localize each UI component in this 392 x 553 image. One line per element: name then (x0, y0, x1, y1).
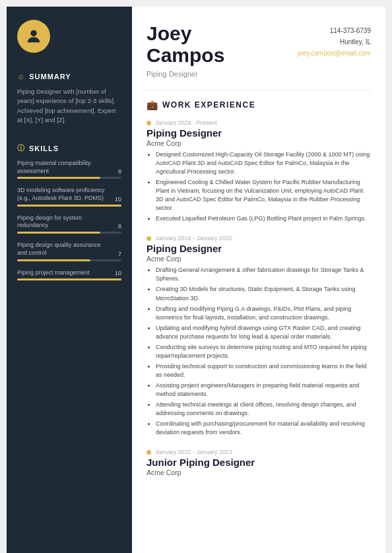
experience-date: January 2019 - January 2020 (147, 235, 371, 242)
experience-title: Junior Piping Designer (147, 457, 371, 468)
skill-label: Piping project management (17, 269, 111, 277)
location: Huntley, IL (298, 36, 371, 48)
skill-bar-background (17, 205, 121, 207)
header-section: Joey Campos Piping Designer 114-373-6739… (147, 22, 371, 78)
experience-list: January 2024 - Present Piping Designer A… (147, 119, 371, 488)
resume-container: ☺ SUMMARY Piping Designer with [number o… (7, 7, 385, 553)
experience-company: Acme Corp (147, 469, 371, 476)
bullet-item: Executed Liquefied Petroleum Gas (LPG) B… (156, 214, 371, 223)
skill-item: Piping design for system redundancy 8 (17, 214, 121, 234)
header-divider (147, 90, 371, 90)
contact-block: 114-373-6739 Huntley, IL joey.campos@ema… (298, 22, 371, 59)
skill-bar-fill (17, 232, 100, 234)
experience-bullets: Drafting General Arrangement & other fab… (147, 266, 371, 437)
experience-entry: January 2022 - January 2023 Junior Pipin… (147, 449, 371, 476)
person-icon (24, 27, 43, 46)
bullet-item: Updating and modifying hybrid drawings u… (156, 324, 371, 341)
work-experience-header: 💼 WORK EXPERIENCE (147, 100, 371, 110)
avatar (17, 20, 50, 53)
bullet-item: Providing technical support to construct… (156, 362, 371, 379)
skill-label: 3D modeling software proficiency (e.g., … (17, 187, 111, 202)
bullet-item: Drafting General Arrangement & other fab… (156, 266, 371, 283)
summary-section-title: ☺ SUMMARY (17, 73, 121, 81)
skill-item: Piping project management 10 (17, 269, 121, 281)
skill-bar-background (17, 177, 121, 179)
skill-bar-background (17, 259, 121, 261)
bullet-item: Designed Customized High-Capacity Oil St… (156, 150, 371, 176)
experience-date: January 2024 - Present (147, 119, 371, 126)
job-title: Piping Designer (147, 70, 224, 78)
skill-score: 10 (114, 196, 121, 203)
bullet-item: Attending technical meetings at client o… (156, 401, 371, 418)
bullet-item: Coordinating with purchasing/procurement… (156, 420, 371, 437)
experience-entry: January 2019 - January 2020 Piping Desig… (147, 235, 371, 437)
skills-section-title: ⓘ SKILLS (17, 143, 121, 153)
summary-text: Piping Designer with [number of years] e… (17, 87, 121, 125)
skill-bar-background (17, 232, 121, 234)
skill-score: 7 (114, 251, 121, 257)
experience-bullets: Designed Customized High-Capacity Oil St… (147, 150, 371, 223)
svg-point-0 (30, 30, 36, 36)
full-name: Joey Campos (147, 22, 224, 66)
bullet-item: Drafting and modifying Piping G.A drawin… (156, 305, 371, 322)
skill-bar-fill (17, 177, 100, 179)
exp-dot (147, 121, 151, 125)
sidebar: ☺ SUMMARY Piping Designer with [number o… (7, 7, 132, 553)
phone: 114-373-6739 (298, 25, 371, 36)
skill-score: 10 (114, 270, 121, 276)
skill-bar-fill (17, 278, 121, 280)
skill-item: Piping material compatibility assessment… (17, 160, 121, 179)
skill-label: Piping design quality assurance and cont… (17, 242, 111, 257)
skill-score: 8 (114, 223, 121, 230)
bullet-item: Conducting site surveys to determine pip… (156, 343, 371, 360)
skill-label: Piping design for system redundancy (17, 214, 111, 230)
experience-entry: January 2024 - Present Piping Designer A… (147, 119, 371, 223)
skill-item: Piping design quality assurance and cont… (17, 242, 121, 261)
skill-bar-fill (17, 259, 90, 261)
skills-icon: ⓘ (17, 143, 25, 153)
bullet-item: Creating 3D Models for structures, Stati… (156, 285, 371, 302)
email: joey.campos@email.com (298, 48, 371, 59)
skills-section: ⓘ SKILLS Piping material compatibility a… (17, 143, 121, 288)
exp-dot (147, 450, 151, 455)
main-content: Joey Campos Piping Designer 114-373-6739… (132, 7, 385, 553)
skill-item: 3D modeling software proficiency (e.g., … (17, 187, 121, 206)
briefcase-icon: 💼 (147, 100, 158, 110)
skills-list: Piping material compatibility assessment… (17, 160, 121, 280)
bullet-item: Engineered Cooling & Chilled Water Syste… (156, 178, 371, 212)
experience-company: Acme Corp (147, 255, 371, 263)
experience-title: Piping Designer (147, 243, 371, 254)
exp-dot (147, 236, 151, 241)
work-experience-title: WORK EXPERIENCE (162, 100, 255, 110)
summary-icon: ☺ (17, 73, 25, 81)
bullet-item: Assisting project engineers/Managers in … (156, 381, 371, 399)
skill-bar-fill (17, 205, 121, 207)
experience-company: Acme Corp (147, 139, 371, 147)
skill-label: Piping material compatibility assessment (17, 160, 111, 175)
experience-title: Piping Designer (147, 127, 371, 139)
skill-score: 8 (114, 168, 121, 175)
name-block: Joey Campos Piping Designer (147, 22, 224, 78)
experience-date: January 2022 - January 2023 (147, 449, 371, 455)
skill-bar-background (17, 278, 121, 280)
